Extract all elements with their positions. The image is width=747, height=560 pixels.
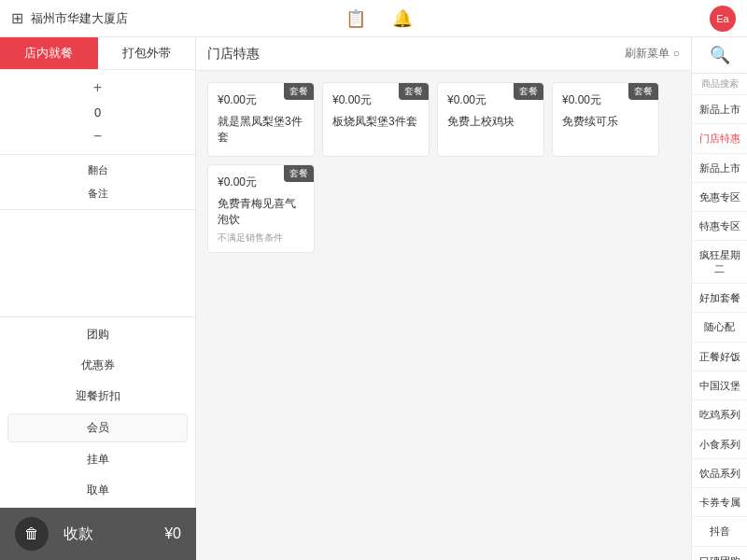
product-badge-3: 套餐 xyxy=(628,83,658,100)
member-btn[interactable]: 会员 xyxy=(7,413,188,442)
page-title: 门店特惠 xyxy=(207,46,260,63)
left-panel: 店内就餐 打包外带 + 0 − 翻台 备注 团购 优惠券 迎餐折扣 会员 xyxy=(0,37,196,508)
product-name-4: 免费青梅见喜气泡饮 xyxy=(218,196,304,228)
products-area: ¥0.00元 就是黑凤梨堡3件套 套餐 ¥0.00元 板烧凤梨堡3件套 套餐 ¥… xyxy=(196,71,691,560)
product-badge-0: 套餐 xyxy=(284,83,314,100)
top-bar-right: Ea xyxy=(413,6,736,32)
checkout-label: 收款 xyxy=(63,525,164,544)
products-row-2: ¥0.00元 免费青梅见喜气泡饮 套餐 不满足销售条件 xyxy=(207,164,680,253)
product-name-1: 板烧凤梨堡3件套 xyxy=(332,114,419,130)
right-menu-item-3[interactable]: 免惠专区 xyxy=(692,183,747,212)
trash-icon: 🗑 xyxy=(24,525,39,542)
checkout-amount: ¥0 xyxy=(164,525,181,542)
right-menu-item-13[interactable]: 卡券专属 xyxy=(692,488,747,517)
dining-discount-btn[interactable]: 迎餐折扣 xyxy=(7,383,188,410)
note-label[interactable]: 备注 xyxy=(0,182,195,205)
increment-button[interactable]: + xyxy=(83,77,113,98)
tab-dine-in[interactable]: 店内就餐 xyxy=(0,37,98,69)
center-content: 门店特惠 刷新菜单 ○ ¥0.00元 就是黑凤梨堡3件套 套餐 ¥0.00元 板… xyxy=(196,37,691,560)
top-bar-center: 📋 🔔 xyxy=(334,8,413,29)
bell-icon[interactable]: 🔔 xyxy=(392,8,413,29)
reorder-label[interactable]: 翻台 xyxy=(0,159,195,182)
avatar[interactable]: Ea xyxy=(710,6,736,32)
right-menu-item-5[interactable]: 疯狂星期二 xyxy=(692,241,747,284)
right-sidebar: 🔍 商品搜索 新品上市门店特惠新品上市免惠专区特惠专区疯狂星期二好加套餐随心配正… xyxy=(691,37,747,560)
checkout-single-btn[interactable]: 取单 xyxy=(7,477,188,504)
left-section: 店内就餐 打包外带 + 0 − 翻台 备注 团购 优惠券 迎餐折扣 会员 xyxy=(0,37,196,560)
product-name-3: 免费续可乐 xyxy=(562,114,649,130)
right-menu-item-8[interactable]: 正餐好饭 xyxy=(692,343,747,371)
product-card-3[interactable]: ¥0.00元 免费续可乐 套餐 xyxy=(552,82,659,157)
left-bottom-actions: 团购 优惠券 迎餐折扣 会员 挂单 取单 xyxy=(0,316,195,508)
group-buy-btn[interactable]: 团购 xyxy=(7,321,188,348)
right-menu-item-11[interactable]: 小食系列 xyxy=(692,430,747,459)
product-card-2[interactable]: ¥0.00元 免费上校鸡块 套餐 xyxy=(437,82,544,157)
product-badge-1: 套餐 xyxy=(399,83,429,100)
avatar-initials: Ea xyxy=(716,13,728,24)
main-area: 店内就餐 打包外带 + 0 − 翻台 备注 团购 优惠券 迎餐折扣 会员 xyxy=(0,37,747,560)
search-icon[interactable]: 🔍 xyxy=(710,45,730,65)
product-badge-4: 套餐 xyxy=(284,165,314,182)
store-name: 福州市华建大厦店 xyxy=(31,10,128,27)
checkout-bar: 🗑 收款 ¥0 xyxy=(0,508,196,560)
right-sidebar-search[interactable]: 🔍 xyxy=(692,37,747,74)
right-menu-item-7[interactable]: 随心配 xyxy=(692,313,747,342)
decrement-button[interactable]: − xyxy=(83,126,113,147)
product-note-4: 不满足销售条件 xyxy=(218,231,304,245)
right-menu-item-14[interactable]: 抖音 xyxy=(692,517,747,546)
product-name-0: 就是黑凤梨堡3件套 xyxy=(218,114,304,146)
coupon-btn[interactable]: 优惠券 xyxy=(7,352,188,379)
left-middle: 翻台 备注 xyxy=(0,155,195,210)
right-menu-item-1[interactable]: 门店特惠 xyxy=(692,124,747,153)
tab-takeout[interactable]: 打包外带 xyxy=(98,37,196,69)
checkout-icon-btn[interactable]: 🗑 xyxy=(15,517,49,551)
product-name-2: 免费上校鸡块 xyxy=(447,114,534,130)
pending-btn[interactable]: 挂单 xyxy=(7,446,188,473)
refresh-btn[interactable]: 刷新菜单 ○ xyxy=(625,46,680,62)
product-card-4[interactable]: ¥0.00元 免费青梅见喜气泡饮 套餐 不满足销售条件 xyxy=(207,164,315,253)
right-menu-item-15[interactable]: 口碑团购 xyxy=(692,547,747,560)
product-card-0[interactable]: ¥0.00元 就是黑凤梨堡3件套 套餐 xyxy=(207,82,315,157)
product-search-label: 商品搜索 xyxy=(692,74,747,95)
right-menu-item-2[interactable]: 新品上市 xyxy=(692,154,747,183)
product-card-1[interactable]: ¥0.00元 板烧凤梨堡3件套 套餐 xyxy=(322,82,430,157)
tabs-row: 店内就餐 打包外带 xyxy=(0,37,195,70)
left-spacer xyxy=(0,210,195,316)
products-row-1: ¥0.00元 就是黑凤梨堡3件套 套餐 ¥0.00元 板烧凤梨堡3件套 套餐 ¥… xyxy=(207,82,680,157)
grid-icon[interactable]: ⊞ xyxy=(11,9,23,27)
left-actions: + 0 − xyxy=(0,70,195,155)
right-menu-item-12[interactable]: 饮品系列 xyxy=(692,459,747,488)
right-menu-item-6[interactable]: 好加套餐 xyxy=(692,284,747,313)
right-menu-item-10[interactable]: 吃鸡系列 xyxy=(692,400,747,429)
page-title-bar: 门店特惠 刷新菜单 ○ xyxy=(196,37,691,71)
right-menu-item-0[interactable]: 新品上市 xyxy=(692,95,747,124)
right-menu-item-4[interactable]: 特惠专区 xyxy=(692,212,747,241)
top-bar-left: ⊞ 福州市华建大厦店 xyxy=(11,9,334,27)
right-menu-items: 新品上市门店特惠新品上市免惠专区特惠专区疯狂星期二好加套餐随心配正餐好饭中国汉堡… xyxy=(692,95,747,560)
top-bar: ⊞ 福州市华建大厦店 📋 🔔 Ea xyxy=(0,0,747,37)
count-display: 0 xyxy=(83,102,113,122)
right-menu-item-9[interactable]: 中国汉堡 xyxy=(692,371,747,400)
product-badge-2: 套餐 xyxy=(514,83,543,100)
doc-icon[interactable]: 📋 xyxy=(345,8,366,29)
